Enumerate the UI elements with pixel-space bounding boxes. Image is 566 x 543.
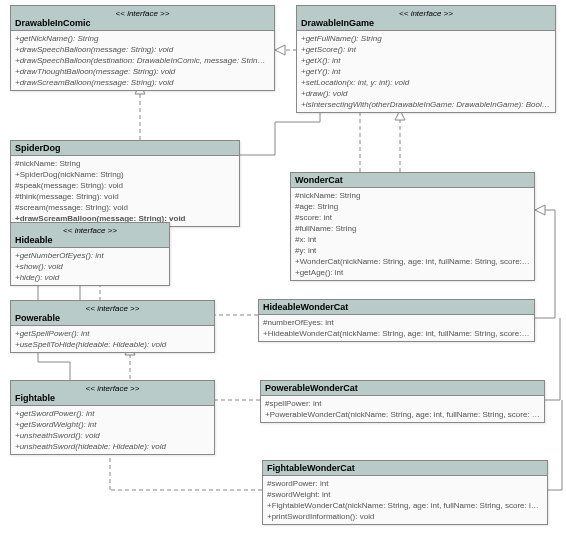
class-name: Hideable [15,235,165,245]
member: +FightableWonderCat(nickName: String, ag… [267,500,543,511]
class-name: Fightable [15,393,210,403]
class-name: DrawableInComic [15,18,270,28]
member: +useSpellToHide(hideable: Hideable): voi… [15,339,210,350]
member: +setLocation(x: int, y: int): void [301,77,551,88]
class-wonder-cat: WonderCat #nickName: String #age: String… [290,172,535,281]
stereotype-label: << interface >> [15,225,165,235]
member: #x: int [295,234,530,245]
member: #think(message: String): void [15,191,235,202]
class-spider-dog: SpiderDog #nickName: String +SpiderDog(n… [10,140,240,227]
member: #scream(message: String): void [15,202,235,213]
interface-fightable: << interface >> Fightable +getSwordPower… [10,380,215,455]
member: +printSwordInformation(): void [267,511,543,522]
member: #nickName: String [295,190,530,201]
interface-powerable: << interface >> Powerable +getSpellPower… [10,300,215,353]
member: #swordPower: int [267,478,543,489]
class-name: PowerableWonderCat [265,383,540,393]
member: #age: String [295,201,530,212]
class-hideable-wonder-cat: HideableWonderCat #numberOfEyes: int +Hi… [258,299,535,342]
member: +getSpellPower(): int [15,328,210,339]
member: +getX(): int [301,55,551,66]
class-name: Powerable [15,313,210,323]
member: #nickName: String [15,158,235,169]
class-name: SpiderDog [15,143,235,153]
member: +HideableWonderCat(nickName: String, age… [263,328,530,339]
member: +show(): void [15,261,165,272]
member: +drawSpeechBalloon(message: String): voi… [15,44,270,55]
class-name: WonderCat [295,175,530,185]
interface-hideable: << interface >> Hideable +getNumberOfEye… [10,222,170,286]
stereotype-label: << interface >> [301,8,551,18]
member: +getSwordWeight(): int [15,419,210,430]
member: +getScore(): int [301,44,551,55]
member: +drawScreamBalloon(message: String): voi… [15,77,270,88]
stereotype-label: << interface >> [15,8,270,18]
member: #fullName: String [295,223,530,234]
member: #score: int [295,212,530,223]
member: +getY(): int [301,66,551,77]
member: +getNickName(): String [15,33,270,44]
member: +unsheathSword(): void [15,430,210,441]
member: +getNumberOfEyes(): int [15,250,165,261]
stereotype-label: << interface >> [15,383,210,393]
member: +isIntersectingWith(otherDrawableInGame:… [301,99,551,110]
member: +SpiderDog(nickName: String) [15,169,235,180]
svg-marker-4 [275,45,285,55]
member: +draw(): void [301,88,551,99]
member: +WonderCat(nickName: String, age: int, f… [295,256,530,267]
stereotype-label: << interface >> [15,303,210,313]
member: +drawThoughtBalloon(message: String): vo… [15,66,270,77]
member: #speak(message: String): void [15,180,235,191]
class-powerable-wonder-cat: PowerableWonderCat #spellPower: int +Pow… [260,380,545,423]
member: +drawSpeechBalloon(destination: Drawable… [15,55,270,66]
member: +PowerableWonderCat(nickName: String, ag… [265,409,540,420]
member: #spellPower: int [265,398,540,409]
member: +unsheathSword(hideable: Hideable): void [15,441,210,452]
interface-drawable-in-game: << interface >> DrawableInGame +getFullN… [296,5,556,113]
member: +hide(): void [15,272,165,283]
interface-drawable-in-comic: << interface >> DrawableInComic +getNick… [10,5,275,91]
class-name: DrawableInGame [301,18,551,28]
member: +getSwordPower(): int [15,408,210,419]
member: #swordWeight: int [267,489,543,500]
member: #y: int [295,245,530,256]
class-fightable-wonder-cat: FightableWonderCat #swordPower: int #swo… [262,460,548,525]
svg-marker-23 [535,205,545,215]
member: +getAge(): int [295,267,530,278]
class-name: HideableWonderCat [263,302,530,312]
member: +getFullName(): String [301,33,551,44]
class-name: FightableWonderCat [267,463,543,473]
member: #numberOfEyes: int [263,317,530,328]
